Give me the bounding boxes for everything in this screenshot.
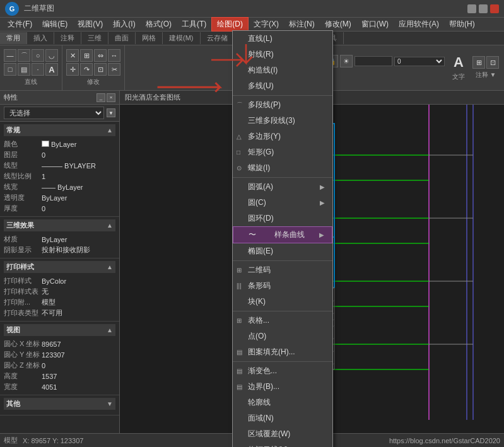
menu-gradient[interactable]: ▤ 渐变色... — [233, 363, 332, 379]
panel-minimize[interactable]: _ — [97, 93, 105, 102]
menu-region[interactable]: 面域(N) — [233, 410, 332, 426]
tab-mesh[interactable]: 网格 — [136, 32, 163, 44]
menu-text[interactable]: 文字(X) — [249, 18, 284, 31]
trim-icon[interactable]: ✂ — [108, 63, 120, 76]
menu-block[interactable]: 块(K) — [233, 294, 332, 310]
section-3d-header[interactable]: 三维效果 ▲ — [4, 219, 115, 231]
layer-icon3[interactable]: ☀ — [340, 55, 353, 67]
menu-multiline[interactable]: 多线(U) — [233, 78, 332, 94]
draw-group-label: 直线 — [25, 78, 37, 86]
menu-arc[interactable]: 圆弧(A) ▶ — [233, 179, 332, 195]
menu-barcode[interactable]: ||| 条形码 — [233, 278, 332, 294]
annot-icon2[interactable]: ⊡ — [486, 56, 499, 69]
hatch-tool-icon[interactable]: ▤ — [18, 63, 30, 76]
3dpolyline-label: 三维多段线(3) — [248, 115, 295, 126]
move-icon[interactable]: ✛ — [66, 63, 79, 76]
menu-format[interactable]: 格式(O) — [141, 18, 177, 31]
rect-tool-icon[interactable]: □ — [4, 63, 16, 76]
panel-close[interactable]: × — [107, 93, 115, 102]
section-view-title: 视图 — [6, 325, 20, 335]
menu-hatch[interactable]: ▤ 图案填充(H)... — [233, 344, 332, 360]
menu-ray[interactable]: 射线(R) — [233, 47, 332, 62]
scale-icon[interactable]: ⊡ — [94, 63, 107, 76]
draw-icons-row2: □ ▤ · A — [4, 63, 58, 76]
menu-3dpolyline[interactable]: 三维多段线(3) — [233, 113, 332, 129]
line-tool-icon[interactable]: — — [4, 49, 16, 62]
prop-printstyle-value: ByColor — [42, 277, 115, 285]
menu-edit[interactable]: 编辑(E) — [37, 18, 73, 31]
text-icon-large[interactable]: A — [454, 54, 464, 71]
menu-ellipse[interactable]: 椭圆(E) — [233, 243, 332, 259]
section-general-header[interactable]: 常规 ▲ — [4, 124, 115, 136]
barcode-icon: ||| — [237, 282, 242, 289]
menu-rectangle[interactable]: □ 矩形(G) — [233, 144, 332, 160]
menu-qrcode[interactable]: ⊞ 二维码 — [233, 262, 332, 278]
menu-line[interactable]: 直线(L) — [233, 31, 332, 47]
tab-annotation[interactable]: 注释 — [54, 32, 81, 44]
menu-spline[interactable]: 〜 样条曲线 ▶ — [233, 226, 332, 243]
prop-cy: 圆心 Y 坐标 123307 — [4, 349, 115, 360]
mirror-icon[interactable]: ⇔ — [94, 49, 107, 62]
selection-dropdown[interactable]: 无选择 — [4, 107, 104, 119]
menu-revcloud[interactable]: 修订云线(V) — [233, 442, 332, 447]
menu-table[interactable]: ⊞ 表格... — [233, 313, 332, 328]
copy-icon[interactable]: ⊞ — [80, 49, 93, 62]
rotate-icon[interactable]: ↷ — [80, 63, 93, 76]
menu-helix[interactable]: ⊙ 螺旋(I) — [233, 160, 332, 176]
menu-insert[interactable]: 插入(I) — [108, 18, 140, 31]
polyline-tool-icon[interactable]: ⌒ — [18, 49, 30, 62]
menu-construct[interactable]: 构造线(I) — [233, 62, 332, 78]
maximize-button[interactable] — [479, 4, 488, 13]
menu-apps[interactable]: 应用软件(A) — [394, 18, 444, 31]
selection-options[interactable]: ▼ — [107, 108, 115, 117]
circle-tool-icon[interactable]: ○ — [32, 49, 44, 62]
revcloud-label: 修订云线(V) — [248, 444, 288, 447]
menu-view[interactable]: 视图(V) — [73, 18, 108, 31]
section-print-header[interactable]: 打印样式 ▲ — [4, 261, 115, 273]
delete-icon[interactable]: ✕ — [66, 49, 79, 62]
tab-surface[interactable]: 曲面 — [108, 32, 136, 44]
menu-contour[interactable]: 轮廓线 — [233, 395, 332, 410]
menu-point[interactable]: 点(O) — [233, 328, 332, 344]
construct-label: 构造线(I) — [248, 65, 278, 76]
menu-circle[interactable]: 圆(C) ▶ — [233, 195, 332, 211]
tab-modeling[interactable]: 建模(M) — [163, 32, 201, 44]
text-section: A 文字 — [452, 54, 465, 81]
menu-polyline[interactable]: ⌒ 多段线(P) — [233, 97, 332, 113]
menu-boundary[interactable]: ▤ 边界(B)... — [233, 379, 332, 395]
menu-polygon[interactable]: △ 多边形(Y) — [233, 129, 332, 144]
tab-cloud[interactable]: 云存储 — [201, 32, 235, 44]
menu-donut[interactable]: 圆环(D) — [233, 211, 332, 226]
layer-dropdown[interactable]: 0 — [394, 57, 445, 66]
ray-label: 射线(R) — [248, 49, 274, 60]
menu-file[interactable]: 文件(F) — [3, 18, 37, 31]
stretch-icon[interactable]: ↔ — [108, 49, 120, 62]
section-view-header[interactable]: 视图 ▲ — [4, 324, 115, 336]
section-other-header[interactable]: 其他 ▼ — [4, 398, 115, 410]
text-tool-icon[interactable]: A — [45, 63, 58, 76]
point-tool-icon[interactable]: · — [32, 63, 44, 76]
tab-3d[interactable]: 三维 — [81, 32, 108, 44]
menu-draw[interactable]: 绘图(D) — [211, 17, 249, 32]
tab-common[interactable]: 常用 — [0, 32, 27, 44]
rectangle-label: 矩形(G) — [248, 147, 274, 158]
menu-help[interactable]: 帮助(H) — [444, 18, 480, 31]
annot-icon1[interactable]: ⊞ — [472, 56, 485, 69]
polygon-label: 多边形(Y) — [248, 131, 281, 142]
prop-material-value: ByLayer — [42, 236, 115, 243]
draw-icons-row: — ⌒ ○ ◡ — [4, 49, 58, 62]
menu-wipeout[interactable]: 区域覆差(W) — [233, 426, 332, 442]
tab-insert[interactable]: 插入 — [27, 32, 54, 44]
menu-tools[interactable]: 工具(T) — [177, 18, 211, 31]
spline-wave-icon: 〜 — [249, 229, 256, 240]
color-swatch[interactable] — [355, 56, 392, 66]
sep4 — [233, 311, 332, 311]
minimize-button[interactable] — [467, 4, 476, 13]
menu-window[interactable]: 窗口(W) — [356, 18, 394, 31]
menu-dimension[interactable]: 标注(N) — [284, 18, 320, 31]
close-button[interactable] — [490, 4, 499, 13]
prop-color-label: 颜色 — [4, 139, 42, 149]
menu-modify[interactable]: 修改(M) — [320, 18, 356, 31]
prop-printtype-value: 不可用 — [42, 308, 115, 318]
arc-tool-icon[interactable]: ◡ — [45, 49, 58, 62]
